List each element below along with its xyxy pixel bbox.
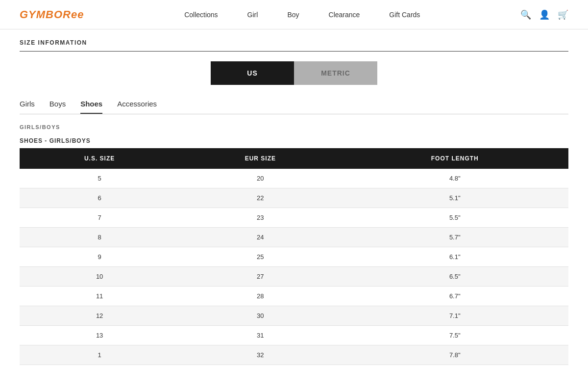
site-logo[interactable]: GYMBORee: [20, 8, 84, 21]
nav-girl[interactable]: Girl: [247, 11, 258, 19]
table-row: 9256.1": [20, 247, 568, 267]
unit-toggle: US METRIC: [20, 61, 568, 85]
col-header-foot-length: FOOT LENGTH: [341, 148, 568, 169]
header-icons: 🔍 👤 🛒: [520, 9, 568, 20]
nav-boy[interactable]: Boy: [287, 11, 299, 19]
table-section-title: SHOES - GIRLS/BOYS: [20, 137, 568, 144]
table-row: 1327.8": [20, 345, 568, 365]
table-row: 8245.7": [20, 228, 568, 247]
table-row: 7235.5": [20, 208, 568, 228]
col-header-us-size: U.S. SIZE: [20, 148, 179, 169]
table-row: 6225.1": [20, 188, 568, 208]
table-row: 5204.8": [20, 169, 568, 188]
nav-gift-cards[interactable]: Gift Cards: [389, 11, 420, 19]
tab-girls[interactable]: Girls: [20, 100, 35, 114]
size-table: U.S. SIZE EUR SIZE FOOT LENGTH 5204.8"62…: [20, 148, 568, 365]
nav-clearance[interactable]: Clearance: [329, 11, 360, 19]
account-icon[interactable]: 👤: [539, 9, 550, 20]
table-row: 13317.5": [20, 326, 568, 345]
subsection-label: GIRLS/BOYS: [20, 124, 568, 130]
col-header-eur-size: EUR SIZE: [179, 148, 341, 169]
category-tabs: Girls Boys Shoes Accessories: [20, 100, 568, 114]
main-nav: Collections Girl Boy Clearance Gift Card…: [184, 11, 420, 19]
search-icon[interactable]: 🔍: [520, 9, 531, 20]
tab-accessories[interactable]: Accessories: [117, 100, 157, 114]
table-row: 12307.1": [20, 306, 568, 326]
table-row: 10276.5": [20, 267, 568, 287]
table-row: 11286.7": [20, 287, 568, 306]
tab-boys[interactable]: Boys: [49, 100, 66, 114]
section-title: SIZE INFORMATION: [20, 39, 568, 52]
nav-collections[interactable]: Collections: [184, 11, 218, 19]
metric-toggle-button[interactable]: METRIC: [294, 61, 377, 85]
us-toggle-button[interactable]: US: [211, 61, 294, 85]
tab-shoes[interactable]: Shoes: [80, 100, 102, 114]
cart-icon[interactable]: 🛒: [558, 9, 568, 20]
